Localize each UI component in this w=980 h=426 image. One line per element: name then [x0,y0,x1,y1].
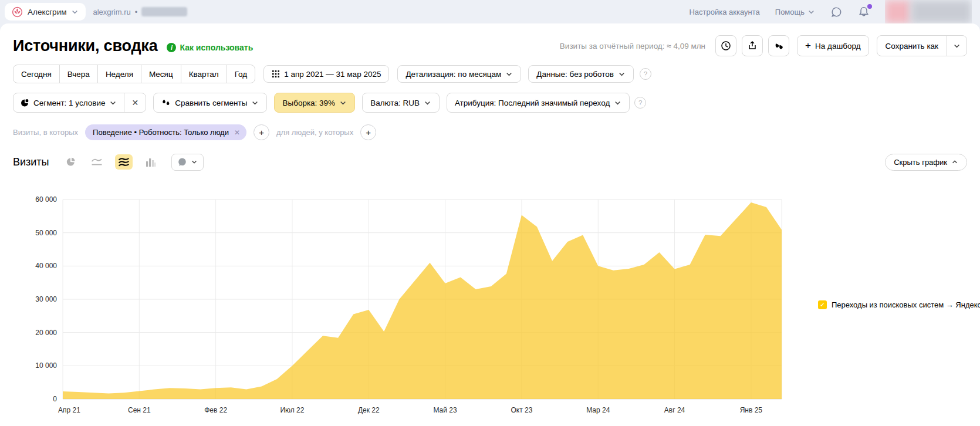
legend-label: Переходы из поисковых систем → Яндекс [832,300,980,309]
export-button[interactable] [742,35,763,56]
period-week[interactable]: Неделя [97,65,141,83]
save-as-menu-button[interactable] [947,36,967,56]
add-user-condition-button[interactable]: + [360,124,376,140]
segment-control: Сегмент: 1 условие ✕ [13,93,146,113]
data-mode-label: Данные: без роботов [536,70,614,79]
segment-dropdown[interactable]: Сегмент: 1 условие [13,93,124,112]
export-icon [747,40,758,51]
save-as-button[interactable]: Сохранить как [877,36,947,56]
segment-clear-button[interactable]: ✕ [124,93,146,112]
redacted-counter-id [141,7,187,16]
svg-text:50 000: 50 000 [35,229,57,237]
legend-checkbox[interactable]: ✓ [818,300,827,309]
chevron-down-icon [614,99,621,107]
notification-dot [867,4,872,9]
info-icon: i [167,43,176,52]
user-avatar[interactable] [885,0,972,23]
columns-chart-icon [146,157,156,167]
chat-icon[interactable] [830,6,843,18]
currency-label: Валюта: RUB [370,99,420,107]
chevron-down-icon [71,8,79,16]
save-as-split-button: Сохранить как [877,35,967,56]
visits-area-chart: 010 00020 00030 00040 00050 00060 000Апр… [13,185,967,421]
period-month[interactable]: Месяц [141,65,181,83]
chevron-down-icon [505,70,513,78]
site-info: alexgrim.ru • [93,7,187,16]
annotations-dropdown[interactable] [171,154,204,171]
chip-remove-icon[interactable]: ✕ [234,129,240,137]
counter-selector[interactable]: Алексгрим [5,3,86,21]
chart-metric-title: Визиты [13,156,49,168]
attribution-help-icon[interactable]: ? [634,97,646,109]
svg-text:20 000: 20 000 [35,329,57,337]
svg-text:Фев 22: Фев 22 [204,406,227,414]
chevron-down-icon [191,158,198,165]
chart-type-lines-button[interactable] [89,155,104,169]
chart-type-pie-button[interactable] [63,155,79,169]
chevron-down-icon [618,70,626,78]
add-visit-condition-button[interactable]: + [254,124,269,140]
svg-text:40 000: 40 000 [35,262,57,270]
svg-text:10 000: 10 000 [35,361,57,370]
avatar-blur-left [885,0,911,23]
pie-chart-icon [66,157,76,167]
hide-chart-button[interactable]: Скрыть график [885,154,967,171]
account-settings-link[interactable]: Настройка аккаунта [689,8,759,16]
help-menu[interactable]: Помощь [775,8,815,16]
svg-text:Июл 22: Июл 22 [280,406,304,414]
plus-icon: + [805,40,811,52]
site-domain: alexgrim.ru [93,8,130,16]
svg-text:Май 23: Май 23 [433,406,457,414]
currency-dropdown[interactable]: Валюта: RUB [362,93,440,113]
data-mode-help-icon[interactable]: ? [640,68,651,80]
chevron-down-icon [807,8,815,16]
chevron-down-icon [339,99,347,107]
period-yesterday[interactable]: Вчера [59,65,97,83]
svg-text:Апр 21: Апр 21 [58,406,80,414]
add-to-dashboard-button[interactable]: + На дашборд [797,35,869,56]
stacked-areas-icon [118,157,130,167]
svg-text:Окт 23: Окт 23 [511,406,532,414]
svg-text:Дек 22: Дек 22 [358,406,380,414]
date-range-label: 1 апр 2021 — 31 мар 2025 [284,70,381,79]
svg-text:Мар 24: Мар 24 [586,406,610,414]
segment-label: Сегмент: 1 условие [33,99,105,107]
attribution-dropdown[interactable]: Атрибуция: Последний значимый переход [447,93,630,113]
chevron-down-icon [953,42,961,50]
attribution-label: Атрибуция: Последний значимый переход [455,99,610,107]
sampling-dropdown[interactable]: Выборка: 39% [274,93,355,113]
chevron-down-icon [109,99,117,107]
drops-compare-icon [161,99,171,107]
detalization-dropdown[interactable]: Детализация: по месяцам [397,65,521,83]
compare-segments-label: Сравнить сегменты [175,99,247,107]
date-range-button[interactable]: 1 апр 2021 — 31 мар 2025 [263,65,389,83]
hide-chart-label: Скрыть график [894,158,947,167]
chart-type-columns-button[interactable] [143,155,158,169]
counter-name: Алексгрим [28,8,66,16]
compare-segments-dropdown[interactable]: Сравнить сегменты [153,93,267,113]
period-year[interactable]: Год [227,65,255,83]
history-button[interactable] [715,35,736,56]
data-mode-dropdown[interactable]: Данные: без роботов [528,65,634,83]
how-to-use-label: Как использовать [180,43,253,52]
notifications-bell-icon[interactable] [858,6,870,18]
segment-condition-label: Поведение • Роботность: Только люди [93,128,229,137]
legend-item[interactable]: ✓ Переходы из поисковых систем → Яндекс [818,300,980,309]
how-to-use-link[interactable]: i Как использовать [167,43,253,52]
period-visits-total: Визиты за отчётный период: ≈ 4,09 млн [560,42,705,50]
period-quarter[interactable]: Квартал [181,65,227,83]
segment-condition-chip[interactable]: Поведение • Роботность: Только люди ✕ [85,124,246,140]
for-people-label: для людей, у которых [276,128,353,137]
page-title: Источники, сводка [13,37,157,55]
quote-drops-icon [773,40,784,51]
metrics-quotes-button[interactable] [768,35,789,56]
chart-canvas[interactable]: 010 00020 00030 00040 00050 00060 000Апр… [19,185,934,421]
chevron-up-icon [951,158,958,165]
add-to-dashboard-label: На дашборд [815,42,861,50]
period-today[interactable]: Сегодня [13,65,59,83]
chevron-down-icon [424,99,431,107]
chart-type-areas-button[interactable] [115,154,133,170]
clock-icon [721,40,731,51]
detalization-label: Детализация: по месяцам [405,70,501,79]
svg-text:Авг 24: Авг 24 [664,406,685,414]
